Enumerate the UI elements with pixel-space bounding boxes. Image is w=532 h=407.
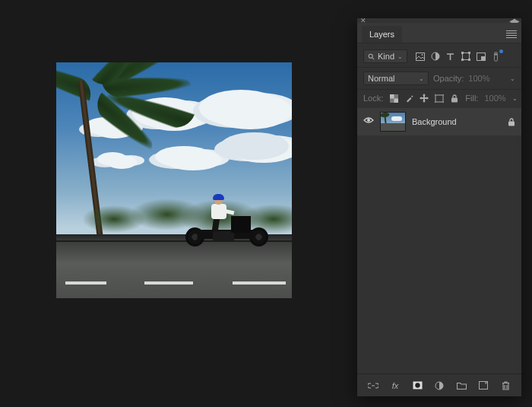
svg-point-19 [367, 119, 370, 122]
visibility-icon[interactable] [363, 116, 374, 127]
svg-rect-18 [451, 97, 458, 102]
panel-menu-icon[interactable] [506, 30, 517, 38]
svg-rect-17 [435, 95, 443, 102]
trash-icon[interactable] [500, 380, 511, 391]
layer-list: Background [357, 107, 521, 374]
svg-point-13 [495, 52, 497, 55]
layer-row[interactable]: Background [357, 108, 521, 135]
fx-icon[interactable]: fx [390, 380, 401, 391]
fill-label: Fill: [465, 94, 478, 103]
chevron-down-icon[interactable]: ⌄ [512, 95, 518, 102]
layers-panel: ✕ ◀▶ Layers Kind ⌄ Normal ⌄ Opacity: 100 [357, 18, 521, 396]
blend-mode-value: Normal [368, 74, 394, 83]
svg-rect-7 [468, 52, 470, 54]
chevron-down-icon: ⌄ [397, 53, 403, 60]
filter-type-icons [415, 52, 501, 62]
type-filter-icon[interactable] [445, 52, 455, 62]
svg-rect-11 [481, 56, 485, 60]
mask-icon[interactable] [412, 380, 423, 391]
tab-layers[interactable]: Layers [362, 26, 402, 43]
tab-label: Layers [369, 30, 394, 39]
new-layer-icon[interactable] [478, 380, 489, 391]
blend-mode-select[interactable]: Normal ⌄ [363, 72, 429, 85]
filter-toggle-icon[interactable] [491, 52, 501, 62]
search-icon [368, 53, 375, 60]
layer-name[interactable]: Background [412, 117, 457, 126]
filter-kind-label: Kind [378, 52, 394, 61]
svg-rect-9 [468, 59, 470, 61]
link-icon[interactable] [368, 380, 378, 391]
lock-icon[interactable] [508, 118, 515, 126]
image-filter-icon[interactable] [415, 52, 425, 62]
svg-rect-20 [508, 121, 515, 126]
opacity-label: Opacity: [433, 74, 464, 83]
shape-filter-icon[interactable] [461, 52, 470, 62]
lock-move-icon[interactable] [420, 94, 429, 103]
adjustment-filter-icon[interactable] [430, 52, 440, 62]
lock-artboard-icon[interactable] [435, 94, 444, 103]
fill-value[interactable]: 100% [484, 94, 505, 103]
svg-point-0 [369, 54, 372, 58]
svg-rect-6 [461, 52, 464, 54]
svg-rect-16 [394, 98, 398, 103]
svg-rect-15 [390, 94, 394, 99]
smartobject-filter-icon[interactable] [476, 52, 486, 62]
filter-kind-select[interactable]: Kind ⌄ [363, 49, 407, 63]
opacity-value[interactable]: 100% [468, 74, 489, 83]
lock-transparency-icon[interactable] [389, 94, 398, 103]
group-icon[interactable] [456, 380, 467, 391]
document-canvas[interactable] [56, 62, 292, 298]
lock-label: Lock: [363, 94, 383, 103]
chevron-down-icon[interactable]: ⌄ [510, 75, 515, 82]
svg-rect-2 [416, 52, 424, 60]
svg-point-22 [415, 383, 420, 387]
layer-thumbnail[interactable] [380, 112, 406, 132]
svg-line-1 [372, 58, 374, 59]
lock-brush-icon[interactable] [404, 94, 413, 103]
lock-all-icon[interactable] [450, 94, 459, 103]
adjustment-icon[interactable] [434, 380, 445, 391]
panel-footer: fx [357, 374, 521, 396]
svg-point-3 [421, 54, 423, 56]
chevron-down-icon: ⌄ [419, 75, 424, 82]
svg-rect-8 [461, 59, 464, 61]
